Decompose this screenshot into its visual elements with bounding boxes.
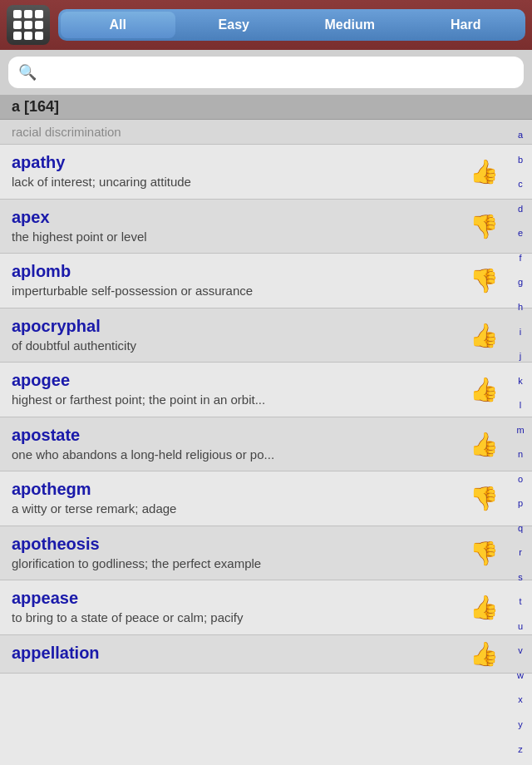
word-row[interactable]: appeaseto bring to a state of peace or c… <box>0 580 532 635</box>
thumbs-down-icon[interactable]: 👎 <box>470 267 499 294</box>
alpha-index-b[interactable]: b <box>518 155 523 165</box>
thumbs-up-icon[interactable]: 👍 <box>470 321 499 348</box>
alpha-index-o[interactable]: o <box>518 475 523 484</box>
thumbs-up-icon[interactable]: 👍 <box>470 640 499 668</box>
app-header: AllEasyMediumHard <box>0 0 532 50</box>
search-icon: 🔍 <box>18 63 37 81</box>
word-definition: lack of interest; uncaring attitude <box>12 174 470 190</box>
thumbs-down-icon[interactable]: 👎 <box>470 212 499 239</box>
grid-menu-button[interactable] <box>7 5 50 45</box>
word-term: apostate <box>12 426 470 445</box>
section-label: a [164] <box>12 98 59 115</box>
alpha-index-v[interactable]: v <box>518 646 523 655</box>
word-row[interactable]: apexthe highest point or level👎 <box>0 200 532 254</box>
word-term: apathy <box>12 153 470 172</box>
word-content: apexthe highest point or level <box>12 208 520 245</box>
word-content: appellation <box>12 644 520 664</box>
word-definition: glorification to godliness; the perfect … <box>12 555 470 572</box>
word-definition: one who abandons a long-held religious o… <box>12 447 470 463</box>
word-row[interactable]: aplombimperturbable self-possession or a… <box>0 254 532 308</box>
search-input[interactable] <box>43 64 514 81</box>
difficulty-tab-bar: AllEasyMediumHard <box>58 9 525 41</box>
section-header: a [164] <box>0 95 532 120</box>
word-content: apotheosisglorification to godliness; th… <box>12 535 520 572</box>
thumbs-up-icon[interactable]: 👍 <box>470 594 499 621</box>
alpha-index-e[interactable]: e <box>518 229 523 238</box>
word-definition: a witty or terse remark; adage <box>12 501 470 517</box>
search-wrapper: 🔍 <box>8 57 524 88</box>
alpha-index-l[interactable]: l <box>520 401 521 410</box>
tab-medium[interactable]: Medium <box>293 12 407 38</box>
word-content: apostateone who abandons a long-held rel… <box>12 426 520 463</box>
word-term: apocryphal <box>12 317 470 336</box>
word-row[interactable]: apotheosisglorification to godliness; th… <box>0 526 532 581</box>
alpha-index-j[interactable]: j <box>520 352 521 361</box>
word-content: appeaseto bring to a state of peace or c… <box>12 589 520 626</box>
word-row[interactable]: appellation👍 <box>0 635 532 674</box>
alpha-index-g[interactable]: g <box>518 278 523 287</box>
word-row[interactable]: apathylack of interest; uncaring attitud… <box>0 145 532 200</box>
alpha-index-k[interactable]: k <box>518 377 523 386</box>
tab-hard[interactable]: Hard <box>409 12 524 38</box>
alpha-index-z[interactable]: z <box>518 745 523 754</box>
alpha-index-i[interactable]: i <box>520 328 521 337</box>
word-row[interactable]: apocryphalof doubtful authenticity👍 <box>0 308 532 363</box>
alpha-index-y[interactable]: y <box>518 720 523 729</box>
word-row[interactable]: apostateone who abandons a long-held rel… <box>0 417 532 472</box>
alpha-index-m[interactable]: m <box>516 426 524 435</box>
tab-all[interactable]: All <box>61 12 175 38</box>
alpha-index-f[interactable]: f <box>519 254 521 263</box>
search-bar: 🔍 <box>0 50 532 95</box>
alpha-index-d[interactable]: d <box>518 205 523 214</box>
alpha-index-t[interactable]: t <box>519 597 521 606</box>
thumbs-up-icon[interactable]: 👍 <box>470 376 499 403</box>
alpha-index-c[interactable]: c <box>518 180 523 189</box>
word-term: appease <box>12 589 470 608</box>
word-definition: to bring to a state of peace or calm; pa… <box>12 610 470 626</box>
alpha-index-q[interactable]: q <box>518 524 523 533</box>
alphabet-index: abcdefghijklmnopqrstuvwxyz <box>509 120 532 765</box>
word-definition: highest or farthest point; the point in … <box>12 392 470 408</box>
thumbs-down-icon[interactable]: 👎 <box>470 539 499 566</box>
word-term: apotheosis <box>12 535 470 554</box>
word-content: apathylack of interest; uncaring attitud… <box>12 153 520 190</box>
word-term: appellation <box>12 644 470 663</box>
alpha-index-r[interactable]: r <box>519 548 522 557</box>
alpha-index-w[interactable]: w <box>517 671 524 680</box>
alpha-index-s[interactable]: s <box>518 573 523 582</box>
word-definition: imperturbable self-possession or assuran… <box>12 283 470 299</box>
tab-easy[interactable]: Easy <box>177 12 292 38</box>
partial-top-text: racial discrimination <box>12 125 121 139</box>
word-term: apogee <box>12 371 470 390</box>
word-content: apogeehighest or farthest point; the poi… <box>12 371 520 408</box>
word-row[interactable]: apothegma witty or terse remark; adage👎 <box>0 471 532 526</box>
word-content: aplombimperturbable self-possession or a… <box>12 262 520 299</box>
word-content: apothegma witty or terse remark; adage <box>12 480 520 517</box>
alpha-index-n[interactable]: n <box>518 450 523 459</box>
word-definition: the highest point or level <box>12 229 470 245</box>
alpha-index-h[interactable]: h <box>518 303 523 312</box>
word-term: aplomb <box>12 262 470 281</box>
grid-icon <box>13 10 43 40</box>
word-list: racial discrimination apathylack of inte… <box>0 120 532 765</box>
word-term: apothegm <box>12 480 470 499</box>
rows-container: apathylack of interest; uncaring attitud… <box>0 145 532 674</box>
thumbs-up-icon[interactable]: 👍 <box>470 430 499 457</box>
word-content: apocryphalof doubtful authenticity <box>12 317 520 354</box>
partial-top-item: racial discrimination <box>0 120 532 145</box>
word-row[interactable]: apogeehighest or farthest point; the poi… <box>0 363 532 417</box>
alpha-index-a[interactable]: a <box>518 131 523 140</box>
alpha-index-x[interactable]: x <box>518 695 523 704</box>
alpha-index-u[interactable]: u <box>518 622 523 631</box>
thumbs-down-icon[interactable]: 👎 <box>470 485 499 512</box>
word-definition: of doubtful authenticity <box>12 338 470 354</box>
thumbs-up-icon[interactable]: 👍 <box>470 158 499 185</box>
word-term: apex <box>12 208 470 227</box>
alpha-index-p[interactable]: p <box>518 499 523 508</box>
